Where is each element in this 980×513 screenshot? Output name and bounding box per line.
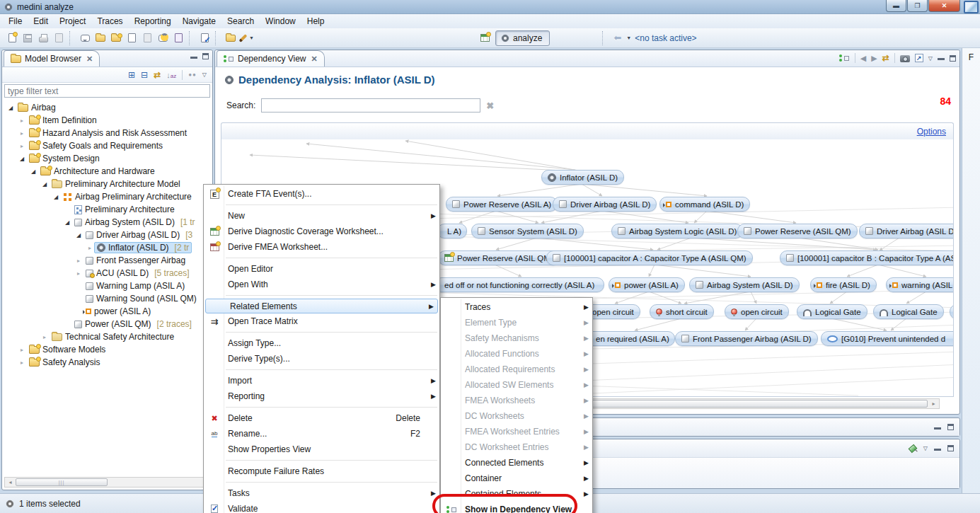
tree-item-hazard-analysis-and-risk-assessment[interactable]: ▸Hazard Analysis and Risk Assessment xyxy=(2,127,212,139)
expand-arrow-icon[interactable]: ▸ xyxy=(18,347,26,353)
graph-node[interactable]: command (ASIL D) xyxy=(659,197,750,212)
perspective-analyze-button[interactable]: analyze xyxy=(495,30,550,46)
close-tab-icon[interactable]: ✕ xyxy=(86,54,93,64)
export-icon[interactable] xyxy=(915,54,923,62)
screenshot-icon[interactable] xyxy=(900,55,910,62)
menu-item-rename[interactable]: Rename...F2 xyxy=(204,426,439,442)
menu-help[interactable]: Help xyxy=(301,14,330,28)
collapse-arrow-icon[interactable]: ◢ xyxy=(29,168,38,175)
menu-item-allocated-functions[interactable]: Allocated Functions▶ xyxy=(441,346,592,362)
tab-model-browser[interactable]: Model Browser ✕ xyxy=(4,50,100,67)
collapse-arrow-icon[interactable]: ◢ xyxy=(40,181,49,188)
graph-node[interactable]: Airbag System (ASIL D) xyxy=(689,277,800,292)
toolbar-icon-page-edit[interactable] xyxy=(139,30,155,46)
graph-node[interactable]: [G010] Prevent unintended d xyxy=(821,331,954,346)
tree-item-preliminary-architecture-model[interactable]: ◢Preliminary Architecture Model xyxy=(2,178,212,190)
graph-node[interactable]: fire (ASIL D) xyxy=(810,277,877,292)
expand-arrow-icon[interactable]: ▸ xyxy=(40,334,49,340)
menu-item-reporting[interactable]: Reporting▶ xyxy=(204,388,439,404)
toolbar-icon-validate[interactable] xyxy=(197,30,212,46)
graph-node[interactable]: Inflator (ASIL D) xyxy=(541,170,624,185)
menu-edit[interactable]: Edit xyxy=(28,14,54,28)
expand-all-icon[interactable]: ⊞ xyxy=(128,70,135,80)
view-menu-chevron-icon[interactable]: ▽ xyxy=(928,55,933,62)
graph-node[interactable]: Sensor System (ASIL D) xyxy=(471,224,584,238)
close-window-button[interactable]: ✕ xyxy=(928,0,960,12)
menu-traces[interactable]: Traces xyxy=(91,14,128,28)
menu-item-dc-worksheet-entries[interactable]: DC Worksheet Entries▶ xyxy=(441,439,592,455)
maximize-panel-icon[interactable] xyxy=(947,424,954,430)
graph-node[interactable]: Logical Gate xyxy=(797,304,867,319)
sort-alphabetically-icon[interactable]: ↓az xyxy=(166,71,176,79)
previous-task-icon[interactable]: ⬅ xyxy=(613,33,621,43)
expand-arrow-icon[interactable]: ▸ xyxy=(18,130,26,137)
expand-arrow-icon[interactable]: ▸ xyxy=(74,270,83,277)
menu-item-traces[interactable]: Traces▶ xyxy=(441,299,592,315)
tree-item-inflator-asil-d[interactable]: ▸Inflator (ASIL D)[2 tr xyxy=(2,241,212,254)
menu-item-delete[interactable]: DeleteDelete xyxy=(204,410,439,426)
menu-item-new[interactable]: New▶ xyxy=(204,208,439,224)
minimize-panel-icon[interactable] xyxy=(938,58,945,60)
menu-file[interactable]: File xyxy=(3,14,28,28)
tree-item-warning-lamp-asil-a[interactable]: Warning Lamp (ASIL A) xyxy=(2,279,212,292)
toolbar-icon-new-wizard[interactable] xyxy=(4,30,20,46)
menu-item-allocated-sw-elements[interactable]: Allocated SW Elements▶ xyxy=(441,377,592,393)
collapse-all-icon[interactable]: ⊟ xyxy=(141,70,148,80)
graph-node[interactable]: Front Passenger Airbag (ASIL D) xyxy=(675,331,818,346)
collapse-arrow-icon[interactable]: ◢ xyxy=(6,105,15,111)
expand-arrow-icon[interactable]: ▸ xyxy=(86,245,94,251)
scroll-right-icon[interactable]: ▸ xyxy=(928,400,939,407)
menu-item-import[interactable]: Import▶ xyxy=(204,373,439,388)
toolbar-icon-note[interactable] xyxy=(124,30,139,46)
tree-item-warning-sound-asil-qm[interactable]: Warning Sound (ASIL QM) xyxy=(2,292,212,305)
view-menu-chevron-icon[interactable]: ▽ xyxy=(202,71,207,78)
graph-node[interactable]: warning (ASIL xyxy=(886,277,954,292)
graph-node[interactable]: short circuit xyxy=(650,304,714,319)
clear-search-icon[interactable]: ✖ xyxy=(486,100,494,111)
menu-item-validate[interactable]: Validate xyxy=(204,501,439,513)
link-with-editor-icon[interactable]: ⇄ xyxy=(154,70,161,80)
filter-input[interactable] xyxy=(4,84,210,98)
menu-item-dc-worksheets[interactable]: DC Worksheets▶ xyxy=(441,408,592,424)
tree-item-item-definition[interactable]: ▸Item Definition xyxy=(2,114,212,127)
maximize-panel-icon[interactable] xyxy=(202,53,209,59)
menu-search[interactable]: Search xyxy=(221,14,260,28)
minimize-panel-icon[interactable] xyxy=(934,427,941,430)
expand-arrow-icon[interactable]: ▸ xyxy=(18,117,26,124)
tree-item-power-asil-a[interactable]: power (ASIL A) xyxy=(2,305,212,318)
tree-item-safety-goals-and-requirements[interactable]: ▸Safety Goals and Requirements xyxy=(2,139,212,152)
tree-item-preliminary-architecture[interactable]: Preliminary Architecture xyxy=(2,203,212,216)
collapse-arrow-icon[interactable]: ◢ xyxy=(74,232,83,238)
view-menu-chevron-icon[interactable]: ▽ xyxy=(923,445,928,451)
graph-node[interactable]: Power Reserve (ASIL A) xyxy=(446,197,558,212)
tree-item-technical-safety-architecture[interactable]: ▸Technical Safety Architecture xyxy=(2,330,212,343)
menu-item-assign-type[interactable]: Assign Type... xyxy=(204,335,439,351)
tree-item-acu-asil-d[interactable]: ▸ACU (ASIL D)[5 traces] xyxy=(2,267,212,279)
toolbar-icon-brush[interactable]: ▼ xyxy=(238,30,254,46)
tree-item-airbag[interactable]: ◢Airbag xyxy=(2,101,212,114)
menu-item-show-properties-view[interactable]: Show Properties View xyxy=(204,442,439,457)
toolbar-icon-folder-history[interactable] xyxy=(108,30,124,46)
model-browser-hscrollbar[interactable]: ◂ ||| ▸ xyxy=(4,477,211,488)
tree-item-architecture-and-hardware[interactable]: ◢Architecture and Hardware xyxy=(2,165,212,178)
open-perspective-icon[interactable] xyxy=(480,34,490,42)
toolbar-icon-comment[interactable] xyxy=(77,30,93,46)
task-dropdown-chevron-icon[interactable]: ▼ xyxy=(626,35,631,40)
menu-navigate[interactable]: Navigate xyxy=(177,14,221,28)
graph-node[interactable]: Airbag System Logic (ASIL D) xyxy=(611,224,743,238)
options-link[interactable]: Options xyxy=(917,127,946,137)
search-input[interactable] xyxy=(261,98,480,113)
toolbar-icon-print[interactable] xyxy=(35,30,51,46)
minimize-window-button[interactable]: ▬ xyxy=(886,0,906,12)
graph-node[interactable]: Driver Airbag (ASIL D) xyxy=(553,197,657,212)
toolbar-icon-save[interactable] xyxy=(20,30,35,46)
minimize-panel-icon[interactable] xyxy=(934,449,941,451)
menu-item-fmea-worksheet-entries[interactable]: FMEA Worksheet Entries▶ xyxy=(441,424,592,439)
graph-node[interactable]: [100001] capacitor A : Capacitor Type A … xyxy=(546,250,753,265)
menu-item-derive-fmea-worksheet[interactable]: Derive FMEA Worksheet... xyxy=(204,239,439,255)
tree-item-airbag-preliminary-architecture[interactable]: ◢Airbag Preliminary Architecture xyxy=(2,190,212,203)
toolbar-icon-chat[interactable] xyxy=(155,30,171,46)
tree-item-safety-analysis[interactable]: ▸Safety Analysis xyxy=(2,356,212,369)
expand-arrow-icon[interactable]: ▸ xyxy=(18,359,26,366)
menu-item-derive-diagnostic-coverage-worksheet[interactable]: Derive Diagnostic Coverage Worksheet... xyxy=(204,224,439,239)
